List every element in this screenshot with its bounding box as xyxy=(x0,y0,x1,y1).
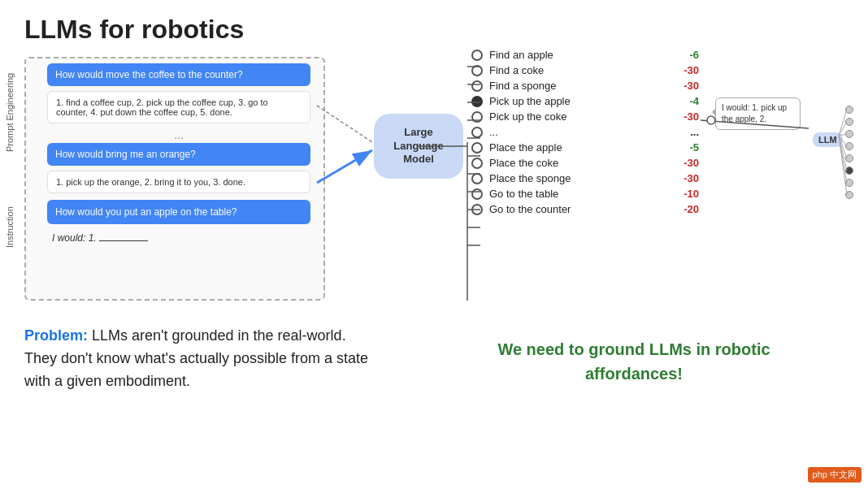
tree-item-9: Go to the table-10 xyxy=(471,188,699,200)
tree-circle-1 xyxy=(471,65,483,76)
tree-circle-8 xyxy=(471,173,483,184)
chat-a2: 1. pick up the orange, 2. bring it to yo… xyxy=(47,171,310,193)
tree-score-1: -30 xyxy=(671,64,699,76)
tree-item-10: Go to the counter-20 xyxy=(471,203,699,215)
watermark: php 中文网 xyxy=(808,467,861,483)
instruction-label: Instruction xyxy=(5,187,15,268)
tree-label-7: Place the coke xyxy=(489,157,671,169)
tree-circle-2 xyxy=(471,80,483,92)
output-dot-7 xyxy=(845,191,853,199)
bottom-left-text: Problem: LLMs aren't grounded in the rea… xyxy=(24,325,374,393)
arrow-left-to-llm xyxy=(317,150,372,183)
tree-score-7: -30 xyxy=(671,157,699,169)
tree-area: Find an apple-6Find a coke-30Find a spon… xyxy=(471,49,699,219)
left-panel-content: How would move the coffee to the counter… xyxy=(41,57,317,301)
tree-score-0: -6 xyxy=(671,49,699,61)
instruction-a: I would: 1. xyxy=(47,229,310,247)
tree-label-6: Place the apple xyxy=(489,141,671,154)
llm-box: LargeLanguageModel xyxy=(374,114,463,179)
tree-circle-0 xyxy=(471,50,483,61)
tree-item-7: Place the coke-30 xyxy=(471,157,699,169)
tree-item-8: Place the sponge-30 xyxy=(471,172,699,184)
tree-item-5: ...... xyxy=(471,126,699,138)
tree-score-9: -10 xyxy=(671,188,699,200)
chat-q2: How would bring me an orange? xyxy=(47,143,310,166)
tree-circle-10 xyxy=(471,204,483,215)
tree-item-4: Pick up the coke-30 xyxy=(471,110,699,123)
problem-label: Problem: xyxy=(24,327,88,344)
tree-score-2: -30 xyxy=(671,80,699,92)
tree-score-6: -5 xyxy=(671,141,699,154)
tree-score-10: -20 xyxy=(671,203,699,215)
small-circle-connector xyxy=(707,116,715,124)
output-dot-5 xyxy=(845,167,853,175)
tree-score-5: ... xyxy=(671,126,699,138)
tree-label-3: Pick up the apple xyxy=(489,95,671,107)
output-dots xyxy=(845,106,853,199)
tree-item-3: Pick up the apple-4 xyxy=(471,95,699,107)
output-dot-1 xyxy=(845,118,853,126)
output-dot-4 xyxy=(845,154,853,162)
bottom-right-text: We need to ground LLMs in robotic afford… xyxy=(471,337,796,386)
page-title: LLMs for robotics xyxy=(24,15,244,45)
divider-dots-1: ... xyxy=(47,128,310,141)
tree-item-1: Find a coke-30 xyxy=(471,64,699,76)
tree-circle-9 xyxy=(471,188,483,200)
tree-circle-6 xyxy=(471,142,483,154)
instruction-section: How would you put an apple on the table?… xyxy=(47,200,310,247)
tree-item-2: Find a sponge-30 xyxy=(471,80,699,92)
blank-line xyxy=(99,240,148,241)
tree-score-3: -4 xyxy=(671,95,699,107)
tree-label-4: Pick up the coke xyxy=(489,110,671,123)
chat-q1: How would move the coffee to the counter… xyxy=(47,63,310,86)
tree-score-8: -30 xyxy=(671,172,699,184)
output-dot-2 xyxy=(845,130,853,138)
tree-label-2: Find a sponge xyxy=(489,80,671,92)
output-dot-0 xyxy=(845,106,853,114)
tree-label-8: Place the sponge xyxy=(489,172,671,184)
tree-label-5: ... xyxy=(489,126,671,138)
tree-label-10: Go to the counter xyxy=(489,203,671,215)
prompt-engineering-label: Prompt Engineering xyxy=(5,63,15,161)
tree-circle-4 xyxy=(471,111,483,123)
tree-score-4: -30 xyxy=(671,110,699,123)
output-dot-3 xyxy=(845,142,853,150)
instruction-q: How would you put an apple on the table? xyxy=(47,200,310,224)
tree-item-6: Place the apple-5 xyxy=(471,141,699,154)
tree-circle-3 xyxy=(471,96,483,107)
dash-line-1 xyxy=(317,106,372,142)
tree-item-0: Find an apple-6 xyxy=(471,49,699,61)
tree-label-9: Go to the table xyxy=(489,188,671,200)
chat-a1: 1. find a coffee cup, 2. pick up the cof… xyxy=(47,91,310,123)
output-dot-6 xyxy=(845,179,853,187)
tree-label-1: Find a coke xyxy=(489,64,671,76)
tree-circle-7 xyxy=(471,158,483,169)
llm-small-box: LLM xyxy=(813,132,843,147)
tree-circle-5 xyxy=(471,127,483,138)
tree-label-0: Find an apple xyxy=(489,49,671,61)
speech-bubble: I would: 1. pick up the apple, 2. xyxy=(715,97,801,130)
